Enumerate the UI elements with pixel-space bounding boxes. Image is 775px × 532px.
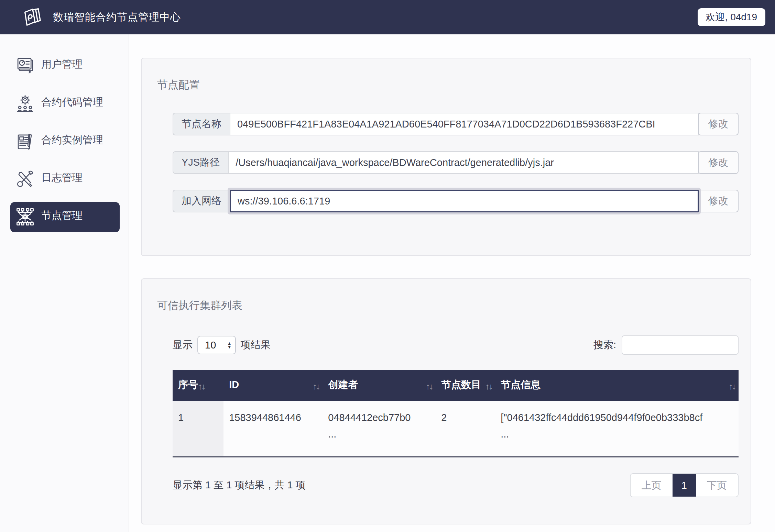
header-node-info[interactable]: 节点信息 ↑↓ [495,370,739,401]
page-length-prefix: 显示 [173,338,193,352]
yjs-path-row: YJS路径 修改 [173,151,739,174]
sidebar-item-contract-instance[interactable]: 合约实例管理 [10,126,120,157]
search-label: 搜索: [593,338,616,352]
sidebar-item-log-management[interactable]: 日志管理 [10,164,120,195]
sidebar-nav: 用户管理 合约代码管理 合约实例管理 [0,34,129,532]
sidebar-item-label: 合约代码管理 [41,94,103,110]
sort-icon: ↑↓ [485,380,492,392]
page-1-button[interactable]: 1 [673,474,696,497]
select-arrows-icon: ▲ ▼ [227,342,232,349]
sidebar-item-label: 日志管理 [41,170,83,186]
table-row[interactable]: 1 1583944861446 04844412ecb77b0 ... 2 ["… [173,401,739,457]
table-footer: 显示第 1 至 1 项结果，共 1 项 上页 1 下页 [173,473,739,497]
header-id[interactable]: ID ↑↓ [223,370,323,401]
prev-page-button[interactable]: 上页 [631,474,673,497]
modify-yjs-path-button[interactable]: 修改 [698,151,739,174]
search-input[interactable] [622,335,739,355]
cell-node-info: ["0461432ffc44ddd61950d944f9f0e0b333b8cf… [495,401,739,457]
header-seq[interactable]: 序号 ↑↓ [173,370,223,401]
cell-node-count: 2 [436,401,495,457]
page-length-suffix: 项结果 [241,338,271,352]
sidebar-item-label: 节点管理 [41,208,83,224]
log-management-icon [15,169,35,189]
pagination: 上页 1 下页 [630,473,739,497]
sidebar-item-label: 合约实例管理 [41,132,103,148]
join-network-row: 加入网络 修改 [173,190,739,212]
cell-seq: 1 [173,401,223,457]
cell-creator: 04844412ecb77b0 ... [323,401,436,457]
node-config-title: 节点配置 [157,78,739,92]
join-network-input[interactable] [230,190,699,212]
page-length-select[interactable]: 10 ▲ ▼ [197,336,236,354]
modify-node-name-button[interactable]: 修改 [698,113,739,135]
sidebar-item-contract-code[interactable]: 合约代码管理 [10,89,120,119]
top-navbar: 数瑞智能合约节点管理中心 欢迎, 04d19 [0,0,775,34]
cluster-list-panel: 可信执行集群列表 显示 10 ▲ ▼ 项结果 搜索: [141,278,751,524]
header-creator[interactable]: 创建者 ↑↓ [323,370,436,401]
sort-icon: ↑↓ [313,380,319,392]
app-logo-icon [21,7,42,28]
yjs-path-label: YJS路径 [173,151,228,174]
join-network-label: 加入网络 [173,190,230,212]
cell-id: 1583944861446 [223,401,323,457]
node-config-panel: 节点配置 节点名称 修改 YJS路径 修改 加入网络 修改 [141,58,751,256]
welcome-user-button[interactable]: 欢迎, 04d19 [698,8,765,26]
sort-icon: ↑↓ [198,380,205,392]
cluster-table: 序号 ↑↓ ID ↑↓ 创建者 ↑↓ 节点数目 [173,370,739,457]
results-info: 显示第 1 至 1 项结果，共 1 项 [173,478,306,492]
yjs-path-input[interactable] [228,151,699,174]
cluster-list-title: 可信执行集群列表 [157,298,739,313]
node-name-input[interactable] [230,113,699,135]
node-management-icon [15,207,35,227]
sort-icon: ↑↓ [426,380,432,392]
next-page-button[interactable]: 下页 [696,474,738,497]
sidebar-item-user-management[interactable]: 用户管理 [10,51,120,81]
user-management-icon [15,56,35,76]
modify-join-network-button[interactable]: 修改 [698,190,739,212]
app-title: 数瑞智能合约节点管理中心 [53,10,181,24]
sort-icon: ↑↓ [729,380,735,392]
table-controls: 显示 10 ▲ ▼ 项结果 搜索: [173,335,739,355]
node-name-label: 节点名称 [173,113,230,135]
node-name-row: 节点名称 修改 [173,113,739,135]
header-node-count[interactable]: 节点数目 ↑↓ [436,370,495,401]
table-header-row: 序号 ↑↓ ID ↑↓ 创建者 ↑↓ 节点数目 [173,370,739,401]
main-content: 节点配置 节点名称 修改 YJS路径 修改 加入网络 修改 可信执行集群列表 [129,34,775,532]
contract-code-icon [15,93,35,113]
contract-instance-icon [15,131,35,151]
sidebar-item-node-management[interactable]: 节点管理 [10,202,120,232]
page-length-value: 10 [205,340,216,351]
sidebar-item-label: 用户管理 [41,56,83,73]
